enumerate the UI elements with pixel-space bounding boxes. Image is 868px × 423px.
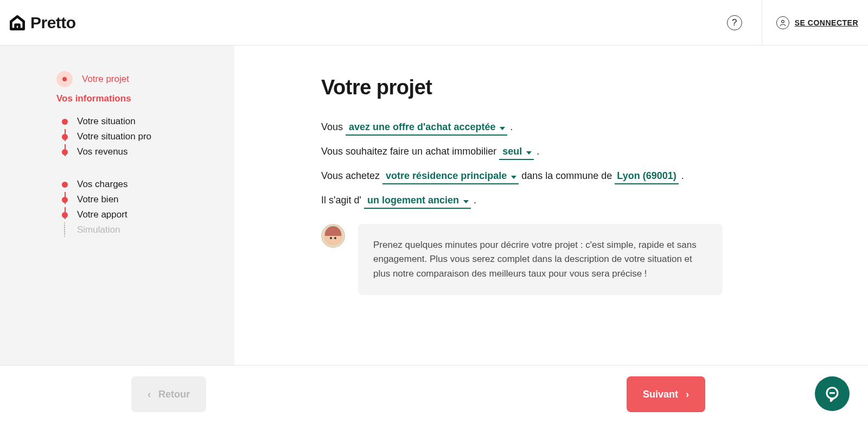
info-text: Prenez quelques minutes pour décrire vot… [358, 224, 723, 295]
select-property-age[interactable]: un logement ancien [364, 195, 471, 209]
select-residence-type[interactable]: votre résidence principale [382, 170, 519, 184]
sentence-alone: Vous souhaitez faire un achat immobilier… [321, 144, 868, 159]
next-button[interactable]: Suivant › [627, 376, 705, 412]
chevron-left-icon: ‹ [148, 389, 151, 400]
advisor-avatar-icon [321, 224, 345, 248]
sidebar-item-label: Vos charges [77, 179, 128, 190]
user-icon [776, 16, 789, 29]
sidebar-item-situation[interactable]: Votre situation [56, 114, 234, 129]
brand-name: Pretto [30, 14, 76, 32]
page-title: Votre projet [321, 76, 868, 99]
sidebar-item-label: Votre projet [82, 74, 129, 85]
sidebar-item-label: Simulation [77, 225, 120, 235]
house-icon [10, 15, 25, 30]
help-button[interactable]: ? [727, 15, 742, 30]
sidebar-item-revenus[interactable]: Vos revenus [56, 144, 234, 159]
login-link[interactable]: SE CONNECTER [795, 18, 858, 27]
svg-point-0 [781, 20, 784, 23]
info-box: Prenez quelques minutes pour décrire vot… [321, 224, 723, 295]
sidebar-item-label: Votre bien [77, 194, 119, 205]
main-content: Votre projet Vous avez une offre d'achat… [234, 46, 868, 365]
sidebar-item-label: Votre situation pro [77, 131, 151, 142]
select-alone[interactable]: seul [499, 146, 534, 160]
sidebar-section-header: Vos informations [56, 93, 234, 104]
sentence-residence: Vous achetez votre résidence principale … [321, 169, 868, 183]
footer: ‹ Retour Suivant › [0, 365, 868, 423]
chat-icon [824, 386, 840, 402]
sidebar-item-charges[interactable]: Vos charges [56, 177, 234, 192]
sidebar-item-apport[interactable]: Votre apport [56, 207, 234, 222]
select-offer-status[interactable]: avez une offre d'achat acceptée [346, 121, 507, 136]
sentence-logement: Il s'agit d' un logement ancien . [321, 193, 868, 208]
sidebar-item-simulation: Simulation [56, 222, 234, 238]
sidebar-item-label: Votre apport [77, 209, 127, 220]
sidebar-item-projet[interactable]: Votre projet [56, 72, 234, 87]
header: Pretto ? SE CONNECTER [0, 0, 868, 46]
chevron-right-icon: › [686, 389, 689, 400]
city-input[interactable]: Lyon (69001) [615, 170, 678, 184]
sidebar-item-label: Votre situation [77, 116, 136, 127]
sidebar: Votre projet Vos informations Votre situ… [0, 46, 234, 365]
chat-fab[interactable] [815, 376, 850, 411]
sidebar-item-bien[interactable]: Votre bien [56, 192, 234, 207]
sentence-status: Vous avez une offre d'achat acceptée . [321, 120, 868, 134]
sidebar-item-label: Vos revenus [77, 146, 128, 157]
sidebar-item-situation-pro[interactable]: Votre situation pro [56, 129, 234, 144]
back-button: ‹ Retour [131, 376, 206, 412]
brand-logo[interactable]: Pretto [10, 14, 76, 32]
